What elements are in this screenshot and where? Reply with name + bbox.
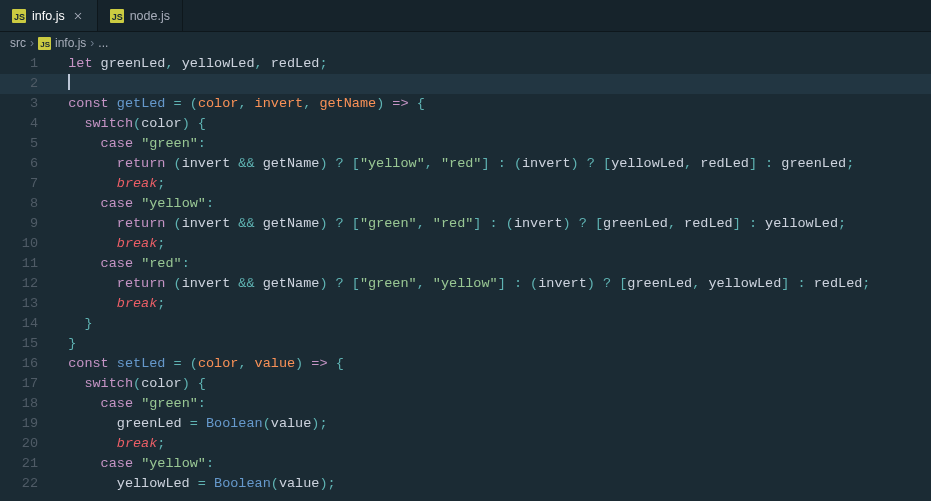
code-line[interactable]: 8 case "yellow": [0,194,931,214]
code-line[interactable]: 17 switch(color) { [0,374,931,394]
code-line[interactable]: 22 yellowLed = Boolean(value); [0,474,931,494]
chevron-right-icon: › [30,36,34,50]
code-editor[interactable]: 1 let greenLed, yellowLed, redLed;2 3 co… [0,54,931,501]
code-line[interactable]: 12 return (invert && getName) ? ["green"… [0,274,931,294]
chevron-right-icon: › [90,36,94,50]
line-content [52,74,931,94]
code-line[interactable]: 9 return (invert && getName) ? ["green",… [0,214,931,234]
line-number: 4 [0,114,52,134]
line-number: 5 [0,134,52,154]
code-line[interactable]: 10 break; [0,234,931,254]
line-content: greenLed = Boolean(value); [52,414,931,434]
line-number: 19 [0,414,52,434]
line-number: 8 [0,194,52,214]
breadcrumb[interactable]: src › JS info.js › ... [0,32,931,54]
line-content: const setLed = (color, value) => { [52,354,931,374]
breadcrumb-folder: src [10,36,26,50]
line-content: case "green": [52,394,931,414]
code-line[interactable]: 3 const getLed = (color, invert, getName… [0,94,931,114]
line-content: const getLed = (color, invert, getName) … [52,94,931,114]
line-content: break; [52,234,931,254]
line-content: case "yellow": [52,454,931,474]
line-number: 22 [0,474,52,494]
tab-info-js[interactable]: JS info.js [0,0,98,31]
tab-label: info.js [32,9,65,23]
line-number: 18 [0,394,52,414]
line-content: switch(color) { [52,374,931,394]
code-line[interactable]: 2 [0,74,931,94]
line-content: break; [52,174,931,194]
code-line[interactable]: 19 greenLed = Boolean(value); [0,414,931,434]
line-content: let greenLed, yellowLed, redLed; [52,54,931,74]
line-number: 11 [0,254,52,274]
js-file-icon: JS [110,9,124,23]
line-number: 6 [0,154,52,174]
line-number: 13 [0,294,52,314]
line-number: 10 [0,234,52,254]
breadcrumb-more: ... [98,36,108,50]
line-number: 16 [0,354,52,374]
js-file-icon: JS [12,9,26,23]
line-number: 3 [0,94,52,114]
line-number: 14 [0,314,52,334]
line-number: 17 [0,374,52,394]
close-icon[interactable] [71,9,85,23]
line-content: yellowLed = Boolean(value); [52,474,931,494]
line-number: 20 [0,434,52,454]
line-content: } [52,334,931,354]
text-cursor [68,74,70,90]
line-content: break; [52,294,931,314]
line-number: 2 [0,74,52,94]
code-line[interactable]: 21 case "yellow": [0,454,931,474]
code-line[interactable]: 6 return (invert && getName) ? ["yellow"… [0,154,931,174]
line-number: 21 [0,454,52,474]
line-number: 12 [0,274,52,294]
line-number: 1 [0,54,52,74]
line-content: case "red": [52,254,931,274]
line-content: return (invert && getName) ? ["green", "… [52,274,931,294]
code-line[interactable]: 14 } [0,314,931,334]
code-line[interactable]: 18 case "green": [0,394,931,414]
line-content: } [52,314,931,334]
tab-bar: JS info.js JS node.js [0,0,931,32]
code-line[interactable]: 1 let greenLed, yellowLed, redLed; [0,54,931,74]
line-number: 7 [0,174,52,194]
line-content: case "yellow": [52,194,931,214]
tab-label: node.js [130,9,170,23]
js-file-icon: JS [38,37,51,50]
line-number: 15 [0,334,52,354]
code-line[interactable]: 16 const setLed = (color, value) => { [0,354,931,374]
line-content: return (invert && getName) ? ["green", "… [52,214,931,234]
code-line[interactable]: 15 } [0,334,931,354]
tab-node-js[interactable]: JS node.js [98,0,183,31]
code-line[interactable]: 4 switch(color) { [0,114,931,134]
code-line[interactable]: 13 break; [0,294,931,314]
breadcrumb-file: info.js [55,36,86,50]
line-content: case "green": [52,134,931,154]
code-line[interactable]: 20 break; [0,434,931,454]
code-line[interactable]: 11 case "red": [0,254,931,274]
line-number: 9 [0,214,52,234]
line-content: switch(color) { [52,114,931,134]
line-content: return (invert && getName) ? ["yellow", … [52,154,931,174]
code-line[interactable]: 7 break; [0,174,931,194]
code-line[interactable]: 5 case "green": [0,134,931,154]
line-content: break; [52,434,931,454]
